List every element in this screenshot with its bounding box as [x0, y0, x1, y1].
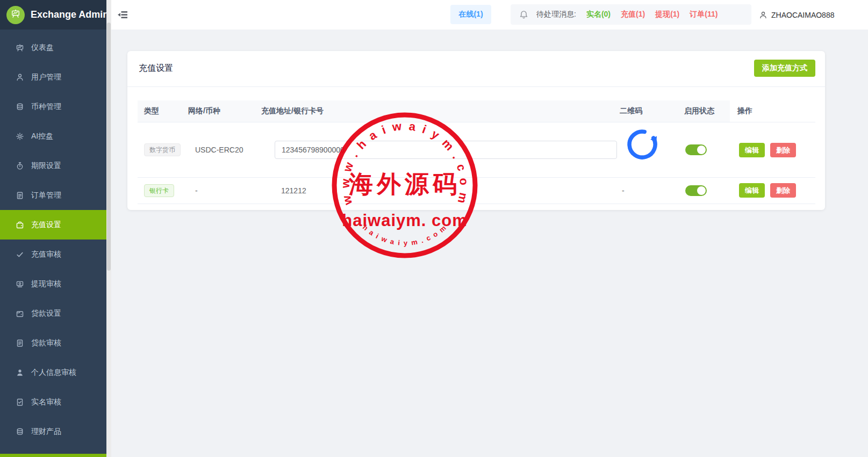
delete-button[interactable]: 删除	[770, 183, 796, 198]
sidebar-item-recharge-settings[interactable]: 充值设置	[0, 210, 106, 240]
col-status: 启用状态	[684, 106, 714, 116]
kyc-doc-check-icon	[16, 398, 24, 407]
sidebar-item-ai[interactable]: AI控盘	[0, 121, 106, 151]
gear-icon	[16, 132, 24, 141]
sidebar-item-dashboard[interactable]: 仪表盘	[0, 33, 106, 62]
edit-button[interactable]: 编辑	[739, 183, 765, 198]
sidebar-item-label: 个人信息审核	[31, 368, 76, 378]
enable-toggle[interactable]	[685, 185, 707, 196]
type-tag-label: 银行卡	[144, 184, 174, 197]
orders-icon	[16, 191, 24, 200]
sidebar-item-withdraw-review[interactable]: 提现审核	[0, 269, 106, 299]
username: ZHAOCAIMAO888	[771, 11, 834, 19]
stamp-bottom-arc-text: h a i w a i y m . c o m	[361, 223, 448, 247]
enable-toggle[interactable]	[685, 144, 707, 155]
app-logo	[6, 6, 25, 24]
network-value: USDC-ERC20	[195, 146, 243, 154]
type-tag: 数字货币	[144, 143, 181, 156]
sidebar-item-label: AI控盘	[31, 132, 53, 141]
scrollbar-thumb[interactable]	[107, 23, 111, 271]
delete-button[interactable]: 删除	[770, 143, 796, 157]
table-row: 银行卡 - 121212 - 编辑 删除	[138, 178, 815, 204]
sidebar-item-profile-review[interactable]: 个人信息审核	[0, 358, 106, 387]
sidebar-item-terms[interactable]: 期限设置	[0, 151, 106, 180]
sidebar-item-label: 币种管理	[31, 102, 61, 112]
svg-text:h a i w a i y m . c o m: h a i w a i y m . c o m	[361, 223, 448, 247]
sidebar-item-label: 期限设置	[31, 161, 61, 171]
presentation-chart-icon	[10, 9, 21, 21]
online-users-badge[interactable]: 在线(1)	[450, 5, 491, 24]
card-title: 充值设置	[139, 63, 173, 74]
sidebar-item-kyc-review[interactable]: 实名审核	[0, 387, 106, 417]
check-icon	[16, 250, 24, 259]
sidebar-item-label: 实名审核	[31, 397, 61, 407]
sidebar-item-label: 用户管理	[31, 72, 61, 82]
recharge-wallet-icon	[16, 221, 24, 229]
sidebar-menu: 仪表盘 用户管理 币种管理	[0, 30, 106, 446]
vertical-scrollbar[interactable]	[106, 0, 111, 457]
pending-messages-label: 待处理消息:	[536, 10, 576, 19]
withdraw-count-link[interactable]: 提现(1)	[655, 10, 679, 19]
kyc-count-link[interactable]: 实名(0)	[586, 10, 611, 19]
withdraw-icon	[16, 280, 24, 288]
sidebar-item-label: 仪表盘	[31, 43, 54, 53]
col-address: 充值地址/银行卡号	[261, 106, 324, 116]
sidebar-item-orders[interactable]: 订单管理	[0, 180, 106, 210]
toggle-knob	[697, 186, 706, 195]
sidebar-item-label: 充值设置	[31, 220, 61, 230]
bell-icon	[519, 10, 528, 19]
bank-card-number: 121212	[281, 186, 306, 195]
app-title: Exchange Admin	[31, 9, 109, 20]
recharge-address-input[interactable]	[275, 141, 617, 159]
sidebar-item-label: 充值审核	[31, 250, 61, 259]
logo-bar: Exchange Admin	[0, 0, 106, 30]
qr-loading-spinner-icon	[626, 128, 659, 163]
sidebar-item-label: 订单管理	[31, 191, 61, 200]
qr-value: -	[622, 186, 625, 195]
dashboard-icon	[16, 43, 24, 52]
stamp-domain-text: haiwaiym. com	[342, 211, 468, 230]
pending-messages-bar: 待处理消息: 实名(0) 充值(1) 提现(1) 订单(11)	[511, 4, 751, 25]
order-count-link[interactable]: 订单(11)	[690, 10, 718, 19]
user-icon	[759, 11, 767, 19]
coins-icon	[16, 103, 24, 111]
loan-settings-icon	[16, 309, 24, 318]
col-qrcode: 二维码	[620, 106, 642, 116]
user-menu[interactable]: ZHAOCAIMAO888	[759, 0, 834, 30]
sidebar-item-partial[interactable]	[0, 454, 106, 457]
add-recharge-method-button[interactable]: 添加充值方式	[754, 60, 815, 77]
sidebar-item-label: 贷款审核	[31, 338, 61, 348]
toggle-knob	[697, 146, 706, 154]
col-type: 类型	[144, 106, 159, 116]
profile-review-icon	[16, 368, 24, 377]
sidebar-item-label: 贷款设置	[31, 309, 61, 318]
col-actions: 操作	[737, 106, 752, 116]
finance-db-icon	[16, 427, 24, 436]
col-network: 网络/币种	[188, 106, 220, 116]
sidebar-item-loan-review[interactable]: 贷款审核	[0, 328, 106, 358]
loan-review-icon	[16, 339, 24, 347]
edit-button[interactable]: 编辑	[739, 143, 765, 157]
recharge-count-link[interactable]: 充值(1)	[621, 10, 645, 19]
sidebar-item-recharge-review[interactable]: 充值审核	[0, 240, 106, 269]
timer-icon	[16, 162, 24, 170]
sidebar-item-users[interactable]: 用户管理	[0, 62, 106, 92]
table-header-row: 类型 网络/币种 充值地址/银行卡号 二维码 启用状态 操作	[138, 100, 815, 122]
recharge-settings-card: 充值设置 添加充值方式 类型 网络/币种 充值地址/银行卡号 二维码 启用状态 …	[127, 51, 825, 210]
sidebar-item-finance-products[interactable]: 理财产品	[0, 417, 106, 446]
sidebar-item-coins[interactable]: 币种管理	[0, 92, 106, 121]
sidebar-item-label: 提现审核	[31, 279, 61, 289]
network-value: -	[195, 186, 198, 195]
divider	[127, 86, 825, 87]
sidebar-item-label: 理财产品	[31, 427, 61, 437]
type-tag: 银行卡	[144, 184, 174, 197]
type-tag-label: 数字货币	[144, 143, 181, 156]
users-icon	[16, 73, 24, 82]
recharge-methods-table: 类型 网络/币种 充值地址/银行卡号 二维码 启用状态 操作 数字货币 USDC…	[138, 100, 815, 204]
sidebar: Exchange Admin 仪表盘 用户管理	[0, 0, 106, 457]
table-row: 数字货币 USDC-ERC20 编辑 删除	[138, 122, 815, 178]
topbar: 在线(1) 待处理消息: 实名(0) 充值(1) 提现(1) 订单(11) ZH…	[111, 0, 868, 30]
sidebar-item-loan-settings[interactable]: 贷款设置	[0, 299, 106, 328]
sidebar-collapse-icon[interactable]	[118, 10, 127, 21]
